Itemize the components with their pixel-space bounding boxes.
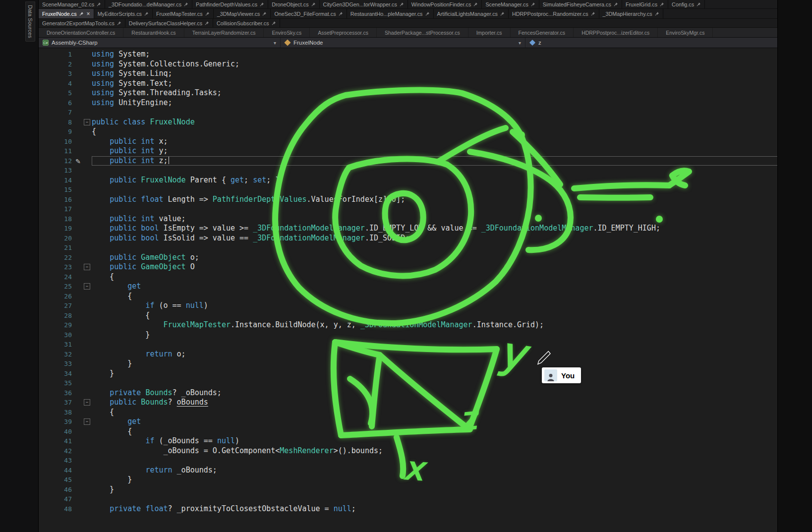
code-line-38[interactable]: 38 { bbox=[39, 408, 812, 417]
code-line-25[interactable]: 25− get bbox=[39, 282, 812, 292]
tab-artificiallightsmanager-cs[interactable]: ArtificialLightsManager.cs bbox=[434, 9, 509, 18]
code-line-18[interactable]: 18 public int value; bbox=[39, 214, 812, 224]
code-line-30[interactable]: 30 } bbox=[39, 330, 812, 340]
code-line-32[interactable]: 32 return o; bbox=[39, 350, 812, 359]
code-line-29[interactable]: 29 FruxelMapTester.Instance.BuildNode(x,… bbox=[39, 320, 812, 330]
code-token: System.Linq; bbox=[114, 69, 172, 78]
code-line-7[interactable]: 7 bbox=[39, 108, 812, 118]
code-line-23[interactable]: 23− public GameObject O bbox=[39, 262, 812, 272]
tab-scenemanager-02-cs[interactable]: SceneManager_02.cs bbox=[39, 0, 105, 8]
code-line-5[interactable]: 5using System.Threading.Tasks; bbox=[39, 88, 812, 98]
code-line-12[interactable]: 12✎ public int z; bbox=[39, 156, 812, 166]
code-line-16[interactable]: 16 public float Length => PathfinderDept… bbox=[39, 195, 812, 205]
tab-assetpreprocessor-cs[interactable]: AssetPreprocessor.cs bbox=[310, 28, 377, 37]
code-line-43[interactable]: 43 bbox=[39, 456, 812, 466]
code-line-17[interactable]: 17 bbox=[39, 204, 812, 214]
tab-hdrppostproc-randomizer-cs[interactable]: HDRPPostproc...Randomizer.cs bbox=[509, 9, 599, 18]
code-line-35[interactable]: 35 bbox=[39, 378, 812, 388]
code-line-22[interactable]: 22 public GameObject o; bbox=[39, 253, 812, 263]
data-sources-side-tab[interactable]: Data Sources bbox=[25, 1, 35, 42]
code-line-21[interactable]: 21 bbox=[39, 243, 812, 253]
code-line-48[interactable]: 48 private float? _proximityToClosestObs… bbox=[39, 504, 812, 514]
code-line-31[interactable]: 31 bbox=[39, 340, 812, 350]
code-line-28[interactable]: 28 { bbox=[39, 311, 812, 321]
tab-restaurantho-plemanager-cs[interactable]: RestaurantHo...pleManager.cs bbox=[347, 9, 434, 18]
code-line-36[interactable]: 36 private Bounds? _oBounds; bbox=[39, 388, 812, 398]
code-line-41[interactable]: 41 if (_oBounds == null) bbox=[39, 436, 812, 446]
tab-citygen3dgen-torwrapper-cs[interactable]: CityGen3DGen...torWrapper.cs bbox=[320, 0, 408, 8]
line-number: 25 bbox=[39, 282, 75, 292]
tab-envirosky-cs[interactable]: EnviroSky.cs bbox=[264, 28, 310, 37]
code-line-46[interactable]: 46 } bbox=[39, 485, 812, 495]
tab-terrainlayerrandomizer-cs[interactable]: TerrainLayerRandomizer.cs bbox=[184, 28, 264, 37]
type-dropdown[interactable]: FruxelNode ▾ bbox=[281, 38, 525, 48]
code-line-24[interactable]: 24 { bbox=[39, 272, 812, 282]
fold-collapse-icon[interactable]: − bbox=[84, 119, 90, 125]
tab--3dfoundatio-delmanager-cs[interactable]: _3DFoundatio...delManager.cs bbox=[105, 0, 192, 8]
tab-simulatedfisheyecamera-cs[interactable]: SimulatedFisheyeCamera.cs bbox=[539, 0, 622, 8]
tab-scenemanager-cs[interactable]: SceneManager.cs bbox=[482, 0, 539, 8]
code-editor[interactable]: 1using System;2using System.Collections.… bbox=[39, 48, 812, 532]
code-line-4[interactable]: 4using System.Text; bbox=[39, 79, 812, 89]
tab-myeditorscripts-cs[interactable]: MyEditorScripts.cs bbox=[94, 9, 153, 18]
tab-pathfinderdepthvalues-cs[interactable]: PathfinderDepthValues.cs bbox=[192, 0, 268, 8]
code-line-3[interactable]: 3using System.Linq; bbox=[39, 69, 812, 79]
code-line-6[interactable]: 6using UnityEngine; bbox=[39, 98, 812, 108]
tab-generator2exportmaptools-cs[interactable]: Generator2ExportMapTools.cs bbox=[39, 19, 125, 27]
tab-hdrppostproc-izereditor-cs[interactable]: HDRPPostproc...izerEditor.cs bbox=[574, 28, 658, 37]
code-line-15[interactable]: 15 bbox=[39, 185, 812, 195]
close-icon[interactable]: × bbox=[87, 11, 90, 17]
visual-studio-window: Data Sources SceneManager_02.cs_3DFounda… bbox=[0, 0, 812, 532]
code-line-1[interactable]: 1using System; bbox=[39, 50, 812, 59]
code-token: using bbox=[92, 69, 114, 78]
fold-collapse-icon[interactable]: − bbox=[84, 399, 90, 406]
code-line-27[interactable]: 27 if (o == null) bbox=[39, 301, 812, 311]
code-line-9[interactable]: 9{ bbox=[39, 127, 812, 137]
code-line-2[interactable]: 2using System.Collections.Generic; bbox=[39, 59, 812, 69]
tab--3dmapviewer-cs[interactable]: _3DMapViewer.cs bbox=[214, 9, 271, 18]
tab-fencesgenerator-cs[interactable]: FencesGenerator.cs bbox=[511, 28, 574, 37]
code-line-40[interactable]: 40 { bbox=[39, 427, 812, 437]
code-line-33[interactable]: 33 } bbox=[39, 359, 812, 369]
code-line-10[interactable]: 10 public int x; bbox=[39, 137, 812, 147]
tab-importer-cs[interactable]: Importer.cs bbox=[468, 28, 511, 37]
tab-onesec3d-fileformat-cs[interactable]: OneSec3D_FileFormat.cs bbox=[271, 9, 347, 18]
code-line-45[interactable]: 45 } bbox=[39, 475, 812, 485]
gutter-margin bbox=[75, 88, 92, 98]
fold-collapse-icon[interactable]: − bbox=[84, 283, 90, 290]
code-line-44[interactable]: 44 return _oBounds; bbox=[39, 466, 812, 475]
code-token: .ID_EMPTY_LOW && value <= bbox=[365, 224, 481, 233]
code-line-8[interactable]: 8−public class FruxelNode bbox=[39, 118, 812, 127]
tab-enviroskymgr-cs[interactable]: EnviroSkyMgr.cs bbox=[658, 28, 713, 37]
tab-collisionsubscriber-cs[interactable]: CollisionSubscriber.cs bbox=[213, 19, 280, 27]
gutter-margin bbox=[75, 350, 92, 359]
tab-fruxelmaptester-cs[interactable]: FruxelMapTester.cs bbox=[153, 9, 214, 18]
tab-restauranthook-cs[interactable]: RestaurantHook.cs bbox=[123, 28, 184, 37]
tab--3dmaphierarchy-cs[interactable]: _3DMapHierarchy.cs bbox=[599, 9, 663, 18]
code-line-26[interactable]: 26 { bbox=[39, 292, 812, 301]
project-dropdown[interactable]: C# Assembly-CSharp ▾ bbox=[39, 38, 281, 48]
tab-fruxelgrid-cs[interactable]: FruxelGrid.cs bbox=[622, 0, 668, 8]
code-line-19[interactable]: 19 public bool IsEmpty => value >= _3DFo… bbox=[39, 224, 812, 234]
code-text: using System; bbox=[92, 50, 812, 59]
code-line-37[interactable]: 37− public Bounds? oBounds bbox=[39, 398, 812, 408]
code-line-13[interactable]: 13 bbox=[39, 166, 812, 176]
member-dropdown[interactable]: z bbox=[525, 38, 812, 48]
tab-windowpositionfinder-cs[interactable]: WindowPositionFinder.cs bbox=[408, 0, 482, 8]
code-line-42[interactable]: 42 _oBounds = O.GetComponent<MeshRendere… bbox=[39, 446, 812, 456]
tab-droneorientationcontroller-cs[interactable]: DroneOrientationController.cs bbox=[39, 28, 123, 37]
tab-deliverysurfaceclasshelper-cs[interactable]: DeliverySurfaceClassHelper.cs bbox=[125, 19, 213, 27]
tab-droneobject-cs[interactable]: DroneObject.cs bbox=[268, 0, 319, 8]
fold-collapse-icon[interactable]: − bbox=[84, 264, 90, 270]
code-line-34[interactable]: 34 } bbox=[39, 369, 812, 379]
tab-fruxelnode-cs[interactable]: FruxelNode.cs× bbox=[39, 9, 94, 18]
fold-collapse-icon[interactable]: − bbox=[84, 418, 90, 425]
code-line-47[interactable]: 47 bbox=[39, 494, 812, 504]
code-line-20[interactable]: 20 public bool IsSolid => value == _3DFo… bbox=[39, 234, 812, 243]
tab-shaderpackage-stprocessor-cs[interactable]: ShaderPackage...stProcessor.cs bbox=[377, 28, 468, 37]
code-line-14[interactable]: 14 public FruxelNode Parent { get; set; … bbox=[39, 176, 812, 185]
code-token bbox=[136, 214, 141, 223]
tab-config-cs[interactable]: Config.cs bbox=[668, 0, 705, 8]
code-line-11[interactable]: 11 public int y; bbox=[39, 146, 812, 156]
code-line-39[interactable]: 39− get bbox=[39, 417, 812, 427]
